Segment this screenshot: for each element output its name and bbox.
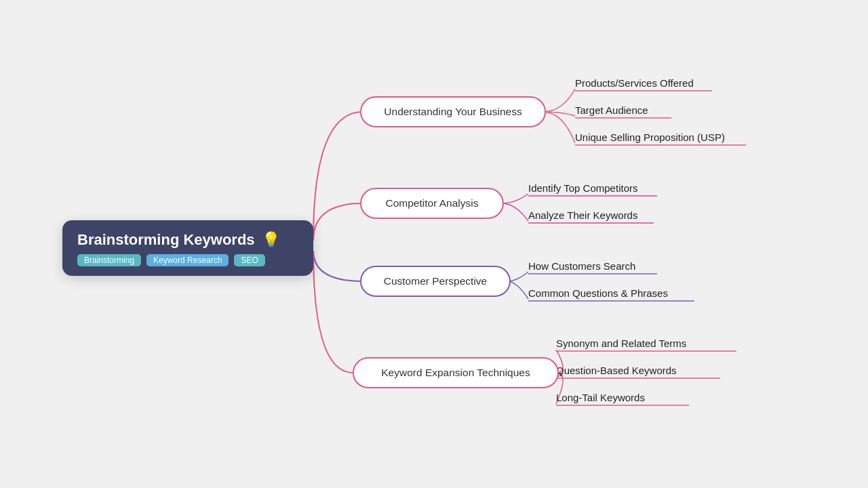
leaf-target: Target Audience [575, 104, 648, 116]
leaf-analyze: Analyze Their Keywords [528, 209, 637, 221]
leaf-identify: Identify Top Competitors [528, 182, 637, 194]
central-node-tags: Brainstorming Keyword Research SEO [77, 254, 298, 266]
leaf-question-based: Question-Based Keywords [556, 365, 677, 376]
tag-keyword-research: Keyword Research [146, 254, 229, 266]
tag-brainstorming: Brainstorming [77, 254, 141, 266]
leaf-common-questions: Common Questions & Phrases [528, 287, 668, 299]
leaf-usp: Unique Selling Proposition (USP) [575, 131, 725, 143]
branch-customer: Customer Perspective [384, 275, 487, 287]
central-title-text: Brainstorming Keywords [77, 231, 255, 249]
branch-expansion: Keyword Expansion Techniques [381, 367, 530, 378]
branch-understanding: Understanding Your Business [384, 106, 522, 117]
branch-competitor: Competitor Analysis [386, 197, 479, 209]
tag-seo: SEO [234, 254, 264, 266]
leaf-synonym: Synonym and Related Terms [556, 338, 686, 349]
leaf-longtail: Long-Tail Keywords [556, 392, 645, 403]
central-emoji: 💡 [262, 231, 280, 249]
leaf-products: Products/Services Offered [575, 77, 694, 89]
central-node: Brainstorming Keywords 💡 Brainstorming K… [62, 220, 313, 276]
leaf-how-customers: How Customers Search [528, 260, 635, 272]
central-node-title: Brainstorming Keywords 💡 [77, 231, 298, 249]
